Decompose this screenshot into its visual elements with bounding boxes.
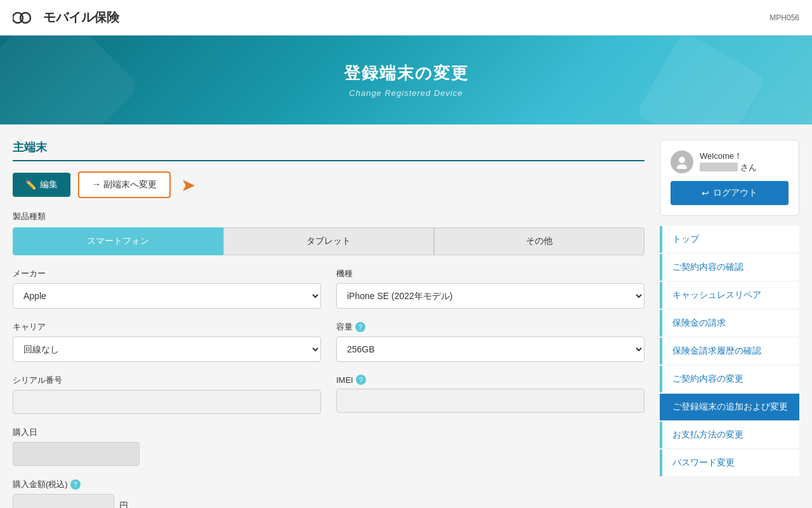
sidebar: Welcome！ さん ↩ ログアウト トップご契約内容の確認キャッシュレスリペ… [660,140,799,508]
user-info: Welcome！ さん [671,150,789,173]
avatar [671,150,693,173]
nav-item-7[interactable]: お支払方法の変更 [660,422,799,448]
user-name-blur [700,163,738,171]
imei-input[interactable] [336,389,645,413]
svg-point-1 [20,13,30,23]
yen-label: 円 [119,500,128,508]
nav-menu: トップご契約内容の確認キャッシュレスリペア保険金の請求保険金請求履歴の確認ご契約… [660,226,799,478]
user-name: さん [700,162,757,173]
logo-text: モバイル保険 [43,9,119,26]
change-sub-label: → 副端末へ変更 [92,179,157,190]
capacity-select[interactable]: 256GB 64GB 128GB 512GB [336,337,645,362]
nav-item-0[interactable]: トップ [660,226,799,253]
logout-button[interactable]: ↩ ログアウト [671,181,789,205]
purchase-date-row: 購入日 [13,427,645,466]
purchase-date-group: 購入日 [13,427,645,466]
type-btn-other[interactable]: その他 [434,227,645,255]
edit-icon: ✏️ [25,180,36,190]
carrier-select[interactable]: 回線なし docomo au SoftBank [13,337,321,362]
carrier-capacity-row: キャリア 回線なし docomo au SoftBank 容量 ? 256GB … [13,321,645,362]
header: モバイル保険 MPH056 [0,0,812,36]
nav-item-4[interactable]: 保険金請求履歴の確認 [660,338,799,364]
arrow-indicator: ➤ [181,175,195,196]
nav-item-5[interactable]: ご契約内容の変更 [660,366,799,392]
svg-point-3 [677,164,687,169]
maker-model-row: メーカー Apple Samsung Sony その他 機種 iPhone SE… [13,268,645,309]
model-group: 機種 iPhone SE (2022年モデル) iPhone 14 iPhone… [336,268,645,309]
purchase-price-group: 購入金額(税込) ? 円 [13,479,645,508]
serial-group: シリアル番号 [13,375,321,414]
logout-label: ログアウト [713,187,757,199]
carrier-group: キャリア 回線なし docomo au SoftBank [13,321,321,362]
logo-area: モバイル保険 [13,9,119,26]
serial-input[interactable] [13,390,321,414]
nav-item-2[interactable]: キャッシュレスリペア [660,282,799,309]
maker-label: メーカー [13,268,321,279]
model-label: 機種 [336,268,645,279]
nav-item-6[interactable]: ご登録端末の追加および変更 [660,394,799,420]
user-suffix: さん [740,163,757,172]
hero-banner: 登録端末の変更 Change Registered Device [0,36,812,124]
logout-icon: ↩ [702,188,709,198]
capacity-group: 容量 ? 256GB 64GB 128GB 512GB [336,321,645,362]
page-code: MPH056 [769,13,799,22]
welcome-text: Welcome！ [700,150,757,162]
capacity-help-icon[interactable]: ? [355,322,365,332]
capacity-label: 容量 ? [336,321,645,333]
nav-item-8[interactable]: パスワード変更 [660,450,799,476]
product-type-label: 製品種類 [13,211,645,222]
type-btn-smartphone[interactable]: スマートフォン [13,227,223,255]
maker-select[interactable]: Apple Samsung Sony その他 [13,283,321,309]
main-layout: 主端末 ✏️ 編集 → 副端末へ変更 ➤ 製品種類 スマートフォン タブレット … [0,124,812,508]
nav-item-1[interactable]: ご契約内容の確認 [660,254,799,281]
model-select[interactable]: iPhone SE (2022年モデル) iPhone 14 iPhone 13 [336,283,645,309]
purchase-price-row: 購入金額(税込) ? 円 [13,479,645,508]
user-text: Welcome！ さん [700,150,757,173]
purchase-date-input[interactable] [13,442,140,466]
serial-imei-row: シリアル番号 IMEI ? [13,375,645,414]
imei-label: IMEI ? [336,375,645,385]
price-help-icon[interactable]: ? [70,479,81,490]
imei-group: IMEI ? [336,375,645,414]
hero-title: 登録端末の変更 [344,62,469,84]
svg-point-2 [679,157,685,163]
maker-group: メーカー Apple Samsung Sony その他 [13,268,321,309]
hero-subtitle: Change Registered Device [349,88,462,98]
edit-label: 編集 [40,179,58,190]
section-title: 主端末 [13,140,645,161]
imei-help-icon[interactable]: ? [356,375,366,385]
edit-button[interactable]: ✏️ 編集 [13,173,70,197]
user-card: Welcome！ さん ↩ ログアウト [660,140,799,216]
button-row: ✏️ 編集 → 副端末へ変更 ➤ [13,171,645,198]
nav-item-3[interactable]: 保険金の請求 [660,310,799,337]
type-btn-tablet[interactable]: タブレット [223,227,434,255]
price-row: 円 [13,494,645,508]
purchase-price-input[interactable] [13,494,114,508]
logo-icon [13,10,38,25]
product-type-row: スマートフォン タブレット その他 [13,227,645,255]
serial-label: シリアル番号 [13,375,321,386]
change-sub-button[interactable]: → 副端末へ変更 [78,171,171,198]
content-area: 主端末 ✏️ 編集 → 副端末へ変更 ➤ 製品種類 スマートフォン タブレット … [13,140,645,508]
carrier-label: キャリア [13,321,321,333]
purchase-date-label: 購入日 [13,427,645,438]
purchase-price-label: 購入金額(税込) ? [13,479,645,490]
